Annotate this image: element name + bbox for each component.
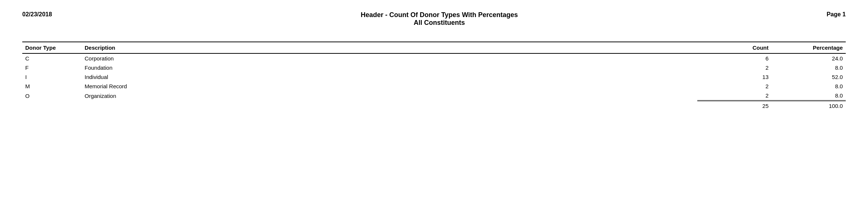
table-row: CCorporation624.0 — [22, 53, 846, 63]
table-row: MMemorial Record28.0 — [22, 82, 846, 91]
table-total-row: 25100.0 — [22, 101, 846, 111]
cell-description: Corporation — [82, 53, 697, 63]
table-header-row: Donor Type Description Count Percentage — [22, 42, 846, 53]
report-date: 02/23/2018 — [22, 11, 52, 18]
donor-types-table: Donor Type Description Count Percentage … — [22, 42, 846, 111]
cell-percentage: 52.0 — [772, 72, 846, 82]
table-row: FFoundation28.0 — [22, 63, 846, 72]
cell-count: 2 — [697, 91, 772, 101]
cell-donor-type: F — [22, 63, 82, 72]
cell-percentage: 8.0 — [772, 82, 846, 91]
cell-percentage: 8.0 — [772, 91, 846, 101]
col-header-percentage: Percentage — [772, 42, 846, 53]
cell-donor-type: O — [22, 91, 82, 101]
cell-donor-type: I — [22, 72, 82, 82]
total-count: 25 — [697, 101, 772, 111]
cell-donor-type: C — [22, 53, 82, 63]
page-header: 02/23/2018 Header - Count Of Donor Types… — [22, 11, 846, 27]
col-header-donor-type: Donor Type — [22, 42, 82, 53]
cell-percentage: 24.0 — [772, 53, 846, 63]
col-header-count: Count — [697, 42, 772, 53]
report-title: Header - Count Of Donor Types With Perce… — [52, 11, 826, 27]
total-empty-desc — [82, 101, 697, 111]
cell-description: Organization — [82, 91, 697, 101]
report-title-main: Header - Count Of Donor Types With Perce… — [52, 11, 826, 19]
cell-count: 6 — [697, 53, 772, 63]
table-row: IIndividual1352.0 — [22, 72, 846, 82]
cell-count: 2 — [697, 63, 772, 72]
page-number: Page 1 — [826, 11, 846, 18]
cell-description: Individual — [82, 72, 697, 82]
cell-donor-type: M — [22, 82, 82, 91]
cell-count: 13 — [697, 72, 772, 82]
cell-count: 2 — [697, 82, 772, 91]
cell-description: Memorial Record — [82, 82, 697, 91]
col-header-description: Description — [82, 42, 697, 53]
total-percentage: 100.0 — [772, 101, 846, 111]
cell-description: Foundation — [82, 63, 697, 72]
total-empty-type — [22, 101, 82, 111]
cell-percentage: 8.0 — [772, 63, 846, 72]
table-row: OOrganization28.0 — [22, 91, 846, 101]
report-title-sub: All Constituents — [52, 19, 826, 27]
